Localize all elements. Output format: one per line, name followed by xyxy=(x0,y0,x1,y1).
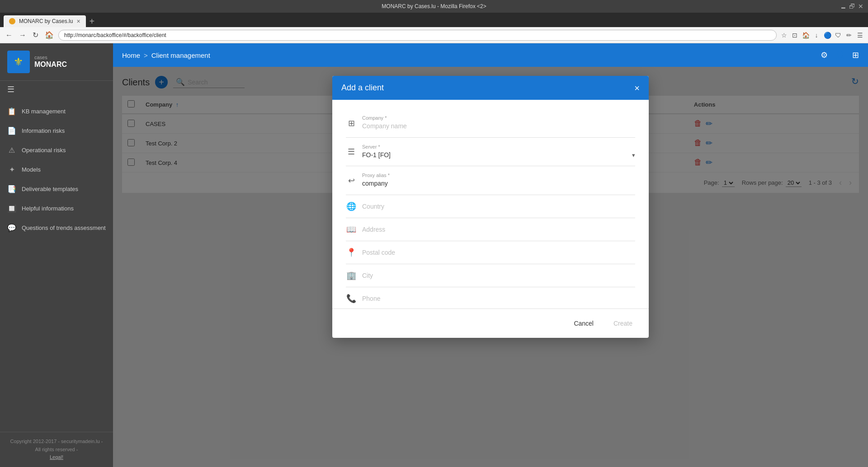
topbar-icons: ⚙ 👤 ⊞ xyxy=(821,50,859,60)
active-tab[interactable]: MONARC by Cases.lu × xyxy=(4,15,86,27)
addon2-icon[interactable]: 🛡 xyxy=(834,31,843,40)
proxy-icon: ↩ xyxy=(346,176,357,186)
history-icon[interactable]: ⊡ xyxy=(790,31,799,40)
sidebar-item-trends-assessment[interactable]: 💬 Questions of trends assessment xyxy=(0,218,113,238)
address-bar[interactable] xyxy=(58,30,777,41)
logo-brand: MONARC xyxy=(34,60,67,69)
new-tab-button[interactable]: + xyxy=(90,15,95,27)
settings-icon[interactable]: ⚙ xyxy=(821,50,828,60)
ops-risk-icon: ⚠ xyxy=(7,146,16,154)
logo-icon: ⚜ xyxy=(7,51,30,73)
sidebar-item-kb-management[interactable]: 📋 KB management xyxy=(0,102,113,121)
company-field-content: Company * xyxy=(362,115,635,131)
breadcrumb: Home > Client management xyxy=(122,51,210,59)
server-select[interactable]: FO-1 [FO] xyxy=(362,150,635,159)
country-field: 🌐 xyxy=(346,195,635,218)
server-label: Server * xyxy=(362,144,635,149)
proxy-field-content: Proxy alias * xyxy=(362,173,635,188)
logo-sub: cases xyxy=(34,55,67,60)
browser-tabs: MONARC by Cases.lu × + xyxy=(0,13,868,27)
address-input[interactable] xyxy=(362,225,635,234)
favicon xyxy=(9,18,15,24)
sidebar-item-label: Information risks xyxy=(22,127,65,134)
create-button[interactable]: Create xyxy=(606,316,640,331)
addon1-icon[interactable]: 🔵 xyxy=(823,31,832,40)
menu-icon[interactable]: ☰ xyxy=(855,31,864,40)
forward-button[interactable]: → xyxy=(17,30,28,40)
phone-input[interactable] xyxy=(362,294,635,304)
restore-icon[interactable]: 🗗 xyxy=(849,3,855,10)
tab-close-icon[interactable]: × xyxy=(76,18,80,25)
company-icon: ⊞ xyxy=(346,118,357,128)
city-field: 🏢 xyxy=(346,264,635,287)
globe-icon: 🌐 xyxy=(346,201,357,211)
browser-toolbar: ← → ↻ 🏠 ☆ ⊡ 🏠 ↓ 🔵 🛡 ✏ ☰ xyxy=(0,27,868,43)
postal-field-content xyxy=(362,248,635,257)
modal-overlay: Add a client × ⊞ Company * xyxy=(113,67,868,467)
book-icon: 📖 xyxy=(346,224,357,234)
user-icon[interactable]: 👤 xyxy=(835,50,845,60)
back-button[interactable]: ← xyxy=(4,30,14,40)
browser-title: MONARC by Cases.lu - Mozilla Firefox <2> xyxy=(382,3,486,9)
modal-close-button[interactable]: × xyxy=(634,84,640,93)
city-icon: 🏢 xyxy=(346,271,357,280)
sidebar-item-information-risks[interactable]: 📄 Information risks xyxy=(0,121,113,140)
sidebar-nav: 📋 KB management 📄 Information risks ⚠ Op… xyxy=(0,98,113,432)
location-icon: 📍 xyxy=(346,248,357,257)
browser-titlebar: MONARC by Cases.lu - Mozilla Firefox <2>… xyxy=(0,0,868,13)
sidebar-item-label: Operational risks xyxy=(22,147,66,154)
server-field-content: Server * FO-1 [FO] ▾ xyxy=(362,144,635,159)
legal-link[interactable]: Legal! xyxy=(50,454,63,460)
modal-footer: Cancel Create xyxy=(332,308,649,338)
breadcrumb-home[interactable]: Home xyxy=(122,51,140,59)
close-icon[interactable]: ✕ xyxy=(858,3,863,10)
modal-title: Add a client xyxy=(341,83,384,93)
kb-icon: 📋 xyxy=(7,107,16,116)
app-container: ⚜ cases MONARC ☰ 📋 KB management 📄 Infor… xyxy=(0,43,868,467)
sidebar-item-label: KB management xyxy=(22,108,66,115)
phone-field-content xyxy=(362,294,635,304)
topbar: Home > Client management ⚙ 👤 ⊞ xyxy=(113,43,868,67)
sidebar-item-label: Deliverable templates xyxy=(22,186,78,192)
logout-icon[interactable]: ⊞ xyxy=(852,50,859,60)
company-input[interactable] xyxy=(362,121,635,131)
bookmark-icon[interactable]: ☆ xyxy=(779,31,788,40)
server-select-wrapper: FO-1 [FO] ▾ xyxy=(362,150,635,159)
modal-body: ⊞ Company * ☰ Server * xyxy=(332,100,649,308)
reload-button[interactable]: ↻ xyxy=(31,30,40,40)
logo-text-container: cases MONARC xyxy=(34,55,67,69)
synced-tabs-icon[interactable]: 🏠 xyxy=(801,31,810,40)
country-input[interactable] xyxy=(362,202,635,211)
hamburger-menu[interactable]: ☰ xyxy=(0,81,113,98)
proxy-input[interactable] xyxy=(362,179,635,188)
main-content: Home > Client management ⚙ 👤 ⊞ Clients +… xyxy=(113,43,868,467)
server-field: ☰ Server * FO-1 [FO] ▾ xyxy=(346,138,635,166)
sidebar-item-operational-risks[interactable]: ⚠ Operational risks xyxy=(0,140,113,160)
info-risk-icon: 📄 xyxy=(7,126,16,135)
tab-label: MONARC by Cases.lu xyxy=(19,18,73,24)
postal-input[interactable] xyxy=(362,248,635,257)
proxy-label: Proxy alias * xyxy=(362,173,635,178)
minimize-icon[interactable]: 🗕 xyxy=(840,3,846,10)
breadcrumb-current: Client management xyxy=(151,51,210,59)
clients-area: Clients + 🔍 Company ↑ xyxy=(113,67,868,467)
sidebar-item-label: Helpful informations xyxy=(22,205,74,212)
cancel-button[interactable]: Cancel xyxy=(566,316,601,331)
address-field: 📖 xyxy=(346,218,635,241)
save-page-icon[interactable]: ↓ xyxy=(812,31,821,40)
sidebar-item-models[interactable]: ✦ Models xyxy=(0,160,113,179)
sidebar-item-label: Models xyxy=(22,166,41,173)
trends-icon: 💬 xyxy=(7,224,16,232)
sidebar-logo: ⚜ cases MONARC xyxy=(0,43,113,81)
deliverable-icon: 📑 xyxy=(7,185,16,193)
company-label: Company * xyxy=(362,115,635,121)
sidebar-item-deliverable-templates[interactable]: 📑 Deliverable templates xyxy=(0,179,113,199)
home-button[interactable]: 🏠 xyxy=(43,30,56,40)
city-input[interactable] xyxy=(362,271,635,280)
server-icon: ☰ xyxy=(346,147,357,157)
sidebar-item-helpful-informations[interactable]: 🔲 Helpful informations xyxy=(0,199,113,218)
modal-header: Add a client × xyxy=(332,76,649,100)
copyright-text: Copyright 2012-2017 - securitymadein.lu … xyxy=(10,439,103,452)
addon3-icon[interactable]: ✏ xyxy=(844,31,854,40)
proxy-field: ↩ Proxy alias * xyxy=(346,166,635,195)
